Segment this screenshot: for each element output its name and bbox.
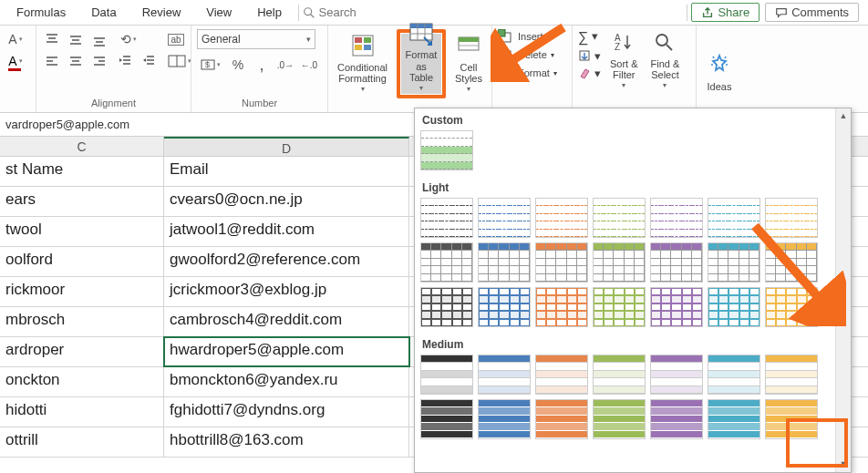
share-button[interactable]: Share	[691, 3, 760, 22]
number-format-select[interactable]: General▾	[197, 29, 315, 49]
cell[interactable]: hidotti	[0, 397, 164, 427]
cell[interactable]: cvears0@ocn.ne.jp	[164, 187, 409, 216]
align-left-button[interactable]	[42, 51, 62, 71]
table-style-thumb[interactable]	[593, 399, 646, 439]
decrease-decimal-button[interactable]: ←.0	[299, 55, 319, 75]
cell[interactable]: gwoolford2@reference.com	[164, 247, 409, 276]
cell[interactable]: st Name	[0, 157, 164, 186]
cell[interactable]: jcrickmoor3@exblog.jp	[164, 277, 409, 306]
table-style-thumb[interactable]	[708, 242, 760, 283]
cell[interactable]: cambrosch4@reddit.com	[164, 307, 409, 336]
table-style-thumb[interactable]	[765, 198, 818, 238]
cell[interactable]: hbottrill8@163.com	[164, 427, 409, 457]
table-style-thumb[interactable]	[765, 287, 818, 327]
table-style-thumb[interactable]	[535, 399, 588, 439]
wrap-text-button[interactable]: ab	[164, 29, 188, 49]
accounting-format-button[interactable]: $▾	[197, 55, 224, 75]
clear-button[interactable]: ▾	[578, 67, 601, 80]
cell[interactable]: mbrosch	[0, 307, 164, 336]
percent-format-button[interactable]: %	[228, 55, 248, 75]
font-size-decrease-button[interactable]: A▾	[5, 29, 26, 49]
tab-data[interactable]: Data	[78, 0, 129, 26]
align-center-button[interactable]	[66, 51, 86, 71]
table-style-thumb[interactable]	[478, 287, 531, 327]
orientation-button[interactable]: ⟲▾	[115, 29, 142, 49]
cell[interactable]: jatwool1@reddit.com	[164, 217, 409, 246]
table-style-thumb[interactable]	[420, 242, 473, 283]
increase-decimal-button[interactable]: .0→	[275, 55, 295, 75]
align-bottom-button[interactable]	[89, 29, 109, 49]
col-header-c[interactable]: C	[0, 137, 164, 156]
table-style-thumb[interactable]	[650, 242, 703, 283]
cell[interactable]: ottrill	[0, 427, 164, 457]
table-style-thumb[interactable]	[765, 242, 818, 283]
table-style-thumb[interactable]	[708, 399, 760, 439]
table-style-thumb[interactable]	[535, 355, 588, 395]
table-style-thumb[interactable]	[420, 355, 473, 395]
table-style-thumb[interactable]	[650, 198, 703, 238]
format-as-table-button[interactable]: Format as Table▾	[401, 34, 441, 94]
table-style-thumb[interactable]	[765, 399, 818, 439]
tab-review[interactable]: Review	[129, 0, 194, 26]
gallery-scrollbar[interactable]: ▲ ▼	[835, 108, 851, 472]
col-header-d[interactable]: D	[164, 137, 409, 156]
table-style-thumb[interactable]	[593, 355, 646, 395]
cell[interactable]: rickmoor	[0, 277, 164, 306]
table-style-thumb[interactable]	[650, 399, 703, 439]
table-style-thumb[interactable]	[593, 198, 646, 238]
cell[interactable]: oolford	[0, 247, 164, 276]
cell[interactable]: ardroper	[0, 337, 164, 366]
align-right-button[interactable]	[89, 51, 109, 71]
cell[interactable]: bmonckton6@yandex.ru	[164, 367, 409, 396]
scroll-down-button[interactable]: ▼	[836, 457, 851, 472]
search-input[interactable]	[319, 5, 374, 19]
fill-button[interactable]: ▾	[578, 49, 601, 63]
tab-formulas[interactable]: Formulas	[4, 0, 78, 26]
table-style-thumb[interactable]	[478, 198, 531, 238]
align-middle-button[interactable]	[66, 29, 86, 49]
table-style-thumb[interactable]	[478, 242, 531, 283]
table-style-thumb[interactable]	[420, 198, 473, 238]
ideas-button[interactable]: Ideas	[702, 29, 737, 95]
cell[interactable]: fghidotti7@dyndns.org	[164, 397, 409, 427]
table-style-thumb[interactable]	[420, 399, 473, 439]
table-style-thumb[interactable]	[708, 287, 760, 327]
table-styles-gallery[interactable]: ▲ ▼ Custom Light Medium	[414, 108, 852, 473]
cell-styles-button[interactable]: Cell Styles▾	[451, 29, 486, 95]
table-style-thumb[interactable]	[708, 198, 760, 238]
find-select-button[interactable]: Find & Select▾	[647, 29, 684, 91]
cell[interactable]: onckton	[0, 367, 164, 396]
cell[interactable]: Email	[164, 157, 409, 186]
cell[interactable]: hwardroper5@apple.com	[164, 337, 409, 366]
tab-view[interactable]: View	[193, 0, 244, 26]
format-button[interactable]: Format▾	[498, 66, 557, 80]
table-style-thumb[interactable]	[420, 287, 473, 327]
table-style-custom-1[interactable]	[420, 130, 473, 170]
table-style-thumb[interactable]	[535, 287, 588, 327]
merge-center-button[interactable]: ▾	[164, 51, 195, 71]
delete-button[interactable]: Delete▾	[498, 47, 557, 62]
table-style-thumb[interactable]	[535, 242, 588, 283]
table-style-thumb[interactable]	[765, 355, 818, 395]
table-style-thumb[interactable]	[478, 355, 531, 395]
comments-button[interactable]: Comments	[765, 3, 859, 22]
table-style-thumb[interactable]	[650, 287, 703, 327]
cell[interactable]: ears	[0, 187, 164, 216]
table-style-thumb[interactable]	[650, 355, 703, 395]
autosum-button[interactable]: ∑▾	[578, 29, 601, 46]
tab-help[interactable]: Help	[244, 0, 294, 26]
ribbon-search[interactable]	[303, 5, 374, 19]
decrease-indent-button[interactable]	[115, 51, 135, 71]
table-style-thumb[interactable]	[478, 399, 531, 439]
font-color-button[interactable]: A▾	[5, 51, 26, 71]
table-style-thumb[interactable]	[708, 355, 760, 395]
scroll-up-button[interactable]: ▲	[836, 108, 851, 124]
comma-format-button[interactable]: ,	[252, 55, 272, 75]
table-style-thumb[interactable]	[593, 242, 646, 283]
cell[interactable]: twool	[0, 217, 164, 246]
conditional-formatting-button[interactable]: Conditional Formatting▾	[334, 29, 391, 95]
sort-filter-button[interactable]: AZ Sort & Filter▾	[606, 29, 642, 91]
increase-indent-button[interactable]	[139, 51, 159, 71]
table-style-thumb[interactable]	[593, 287, 646, 327]
table-style-thumb[interactable]	[535, 198, 588, 238]
